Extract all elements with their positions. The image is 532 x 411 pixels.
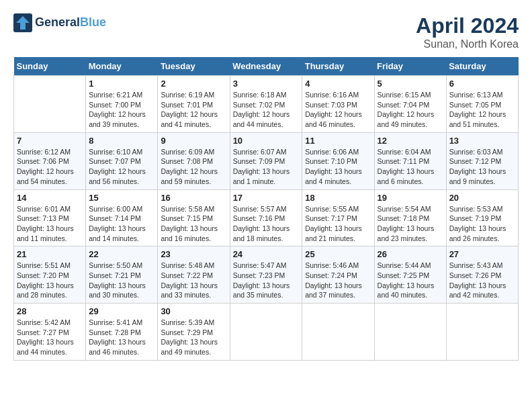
- day-cell: 7Sunrise: 6:12 AMSunset: 7:06 PMDaylight…: [14, 132, 86, 189]
- day-number: 30: [161, 306, 226, 316]
- day-cell: [446, 304, 518, 361]
- day-cell: 25Sunrise: 5:46 AMSunset: 7:24 PMDayligh…: [302, 246, 374, 304]
- day-info: Sunrise: 6:16 AMSunset: 7:03 PMDaylight:…: [305, 90, 371, 130]
- week-row-3: 14Sunrise: 6:01 AMSunset: 7:13 PMDayligh…: [14, 189, 519, 246]
- day-number: 8: [89, 136, 154, 146]
- day-info: Sunrise: 6:07 AMSunset: 7:09 PMDaylight:…: [233, 147, 300, 187]
- day-info: Sunrise: 5:44 AMSunset: 7:25 PMDaylight:…: [378, 261, 443, 300]
- logo-text: GeneralBlue: [35, 16, 106, 30]
- day-cell: 22Sunrise: 5:50 AMSunset: 7:21 PMDayligh…: [86, 246, 158, 304]
- day-number: 16: [161, 193, 226, 203]
- day-cell: [374, 304, 446, 361]
- logo: GeneralBlue: [13, 13, 106, 32]
- day-number: 6: [449, 79, 515, 89]
- day-info: Sunrise: 6:15 AMSunset: 7:04 PMDaylight:…: [378, 90, 443, 130]
- day-cell: 13Sunrise: 6:03 AMSunset: 7:12 PMDayligh…: [446, 132, 518, 189]
- col-header-saturday: Saturday: [446, 57, 518, 76]
- day-number: 23: [161, 249, 226, 259]
- day-number: 18: [305, 193, 371, 203]
- day-cell: 12Sunrise: 6:04 AMSunset: 7:11 PMDayligh…: [374, 132, 446, 189]
- day-info: Sunrise: 6:06 AMSunset: 7:10 PMDaylight:…: [305, 147, 371, 187]
- day-number: 19: [378, 193, 443, 203]
- week-row-5: 28Sunrise: 5:42 AMSunset: 7:27 PMDayligh…: [14, 304, 519, 361]
- day-cell: [230, 304, 302, 361]
- day-cell: [14, 76, 86, 133]
- day-cell: 26Sunrise: 5:44 AMSunset: 7:25 PMDayligh…: [374, 246, 446, 304]
- day-cell: 23Sunrise: 5:48 AMSunset: 7:22 PMDayligh…: [158, 246, 230, 304]
- title-area: April 2024 Sunan, North Korea: [416, 13, 519, 50]
- day-number: 25: [305, 249, 371, 259]
- day-number: 5: [378, 79, 443, 89]
- day-cell: 15Sunrise: 6:00 AMSunset: 7:14 PMDayligh…: [86, 189, 158, 246]
- day-number: 4: [305, 79, 371, 89]
- day-info: Sunrise: 5:54 AMSunset: 7:18 PMDaylight:…: [378, 204, 443, 244]
- col-header-monday: Monday: [86, 57, 158, 76]
- day-cell: 18Sunrise: 5:55 AMSunset: 7:17 PMDayligh…: [302, 189, 374, 246]
- header-row: SundayMondayTuesdayWednesdayThursdayFrid…: [14, 57, 519, 76]
- day-cell: 1Sunrise: 6:21 AMSunset: 7:00 PMDaylight…: [86, 76, 158, 133]
- day-info: Sunrise: 5:50 AMSunset: 7:21 PMDaylight:…: [89, 261, 154, 300]
- day-number: 22: [89, 249, 154, 259]
- day-cell: 30Sunrise: 5:39 AMSunset: 7:29 PMDayligh…: [158, 304, 230, 361]
- day-number: 11: [305, 136, 371, 146]
- day-info: Sunrise: 6:00 AMSunset: 7:14 PMDaylight:…: [89, 204, 154, 244]
- day-cell: 5Sunrise: 6:15 AMSunset: 7:04 PMDaylight…: [374, 76, 446, 133]
- day-info: Sunrise: 6:03 AMSunset: 7:12 PMDaylight:…: [449, 147, 515, 187]
- day-cell: 10Sunrise: 6:07 AMSunset: 7:09 PMDayligh…: [230, 132, 302, 189]
- day-number: 1: [89, 79, 154, 89]
- day-cell: 29Sunrise: 5:41 AMSunset: 7:28 PMDayligh…: [86, 304, 158, 361]
- day-cell: 24Sunrise: 5:47 AMSunset: 7:23 PMDayligh…: [230, 246, 302, 304]
- day-number: 28: [17, 306, 83, 316]
- day-cell: 11Sunrise: 6:06 AMSunset: 7:10 PMDayligh…: [302, 132, 374, 189]
- day-number: 10: [233, 136, 300, 146]
- day-info: Sunrise: 6:13 AMSunset: 7:05 PMDaylight:…: [449, 90, 515, 130]
- day-number: 20: [449, 193, 515, 203]
- day-info: Sunrise: 6:01 AMSunset: 7:13 PMDaylight:…: [17, 204, 83, 244]
- day-cell: 16Sunrise: 5:58 AMSunset: 7:15 PMDayligh…: [158, 189, 230, 246]
- day-cell: 8Sunrise: 6:10 AMSunset: 7:07 PMDaylight…: [86, 132, 158, 189]
- day-cell: 14Sunrise: 6:01 AMSunset: 7:13 PMDayligh…: [14, 189, 86, 246]
- week-row-2: 7Sunrise: 6:12 AMSunset: 7:06 PMDaylight…: [14, 132, 519, 189]
- day-number: 13: [449, 136, 515, 146]
- day-info: Sunrise: 6:12 AMSunset: 7:06 PMDaylight:…: [17, 147, 83, 187]
- day-info: Sunrise: 6:04 AMSunset: 7:11 PMDaylight:…: [378, 147, 443, 187]
- day-info: Sunrise: 6:19 AMSunset: 7:01 PMDaylight:…: [161, 90, 226, 130]
- day-number: 29: [89, 306, 154, 316]
- day-info: Sunrise: 6:09 AMSunset: 7:08 PMDaylight:…: [161, 147, 226, 187]
- day-info: Sunrise: 5:43 AMSunset: 7:26 PMDaylight:…: [449, 261, 515, 300]
- day-info: Sunrise: 5:39 AMSunset: 7:29 PMDaylight:…: [161, 318, 226, 357]
- day-number: 24: [233, 249, 300, 259]
- day-number: 14: [17, 193, 83, 203]
- day-info: Sunrise: 5:48 AMSunset: 7:22 PMDaylight:…: [161, 261, 226, 300]
- col-header-wednesday: Wednesday: [230, 57, 302, 76]
- header: GeneralBlue April 2024 Sunan, North Kore…: [13, 13, 519, 50]
- day-cell: [302, 304, 374, 361]
- day-cell: 19Sunrise: 5:54 AMSunset: 7:18 PMDayligh…: [374, 189, 446, 246]
- col-header-thursday: Thursday: [302, 57, 374, 76]
- day-info: Sunrise: 5:53 AMSunset: 7:19 PMDaylight:…: [449, 204, 515, 244]
- day-cell: 6Sunrise: 6:13 AMSunset: 7:05 PMDaylight…: [446, 76, 518, 133]
- day-cell: 21Sunrise: 5:51 AMSunset: 7:20 PMDayligh…: [14, 246, 86, 304]
- col-header-friday: Friday: [374, 57, 446, 76]
- day-number: 2: [161, 79, 226, 89]
- day-cell: 28Sunrise: 5:42 AMSunset: 7:27 PMDayligh…: [14, 304, 86, 361]
- day-info: Sunrise: 6:21 AMSunset: 7:00 PMDaylight:…: [89, 90, 154, 130]
- day-info: Sunrise: 5:55 AMSunset: 7:17 PMDaylight:…: [305, 204, 371, 244]
- day-number: 21: [17, 249, 83, 259]
- calendar-table: SundayMondayTuesdayWednesdayThursdayFrid…: [13, 57, 519, 361]
- day-number: 27: [449, 249, 515, 259]
- day-cell: 3Sunrise: 6:18 AMSunset: 7:02 PMDaylight…: [230, 76, 302, 133]
- day-info: Sunrise: 6:18 AMSunset: 7:02 PMDaylight:…: [233, 90, 300, 130]
- day-number: 7: [17, 136, 83, 146]
- week-row-4: 21Sunrise: 5:51 AMSunset: 7:20 PMDayligh…: [14, 246, 519, 304]
- day-info: Sunrise: 5:51 AMSunset: 7:20 PMDaylight:…: [17, 261, 83, 300]
- day-cell: 27Sunrise: 5:43 AMSunset: 7:26 PMDayligh…: [446, 246, 518, 304]
- day-number: 26: [378, 249, 443, 259]
- day-info: Sunrise: 5:57 AMSunset: 7:16 PMDaylight:…: [233, 204, 300, 244]
- logo-icon: [13, 13, 32, 32]
- col-header-sunday: Sunday: [14, 57, 86, 76]
- day-number: 9: [161, 136, 226, 146]
- day-number: 15: [89, 193, 154, 203]
- col-header-tuesday: Tuesday: [158, 57, 230, 76]
- week-row-1: 1Sunrise: 6:21 AMSunset: 7:00 PMDaylight…: [14, 76, 519, 133]
